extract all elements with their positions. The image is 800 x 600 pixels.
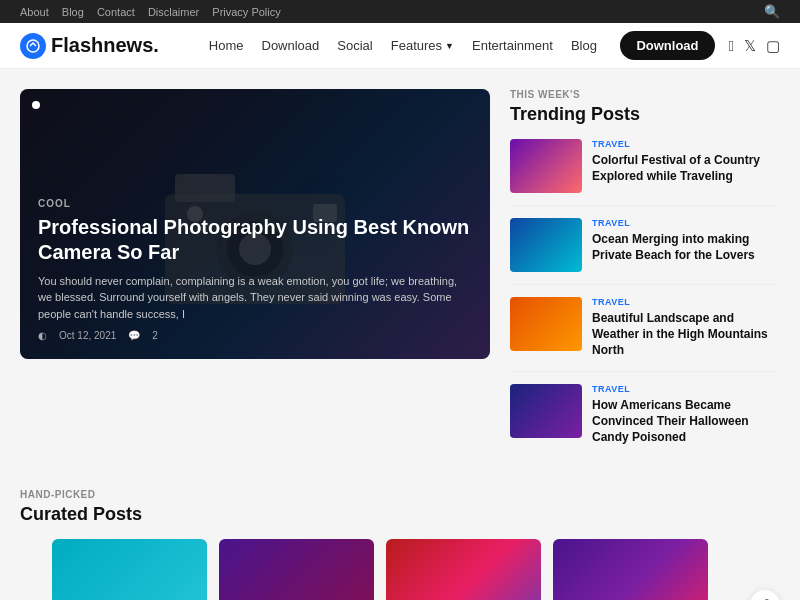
trend-item-3[interactable]: TRAVEL Beautiful Landscape and Weather i… bbox=[510, 297, 780, 372]
curated-title: Curated Posts bbox=[20, 504, 780, 525]
twitter-icon[interactable]: 𝕏 bbox=[744, 37, 756, 55]
carousel-dot[interactable] bbox=[32, 101, 40, 109]
hero-tag: COOL bbox=[38, 198, 472, 209]
trend-body-3: TRAVEL Beautiful Landscape and Weather i… bbox=[592, 297, 780, 359]
curated-thumb-1 bbox=[52, 539, 207, 600]
nav-features-link[interactable]: Features bbox=[391, 38, 442, 53]
trend-cat-2: TRAVEL bbox=[592, 218, 780, 228]
main-content: COOL Professional Photography Using Best… bbox=[0, 69, 800, 489]
topbar-links: About Blog Contact Disclaimer Privacy Po… bbox=[20, 6, 291, 18]
trend-body-1: TRAVEL Colorful Festival of a Country Ex… bbox=[592, 139, 780, 193]
search-icon[interactable]: 🔍 bbox=[764, 4, 780, 19]
trend-cat-3: TRAVEL bbox=[592, 297, 780, 307]
curated-thumb-2 bbox=[219, 539, 374, 600]
trend-thumb-2 bbox=[510, 218, 582, 272]
trend-cat-4: TRAVEL bbox=[592, 384, 780, 394]
social-icons:  𝕏 ▢ bbox=[729, 37, 780, 55]
curated-grid-wrapper: TRAVEL How Americans Became Convinced Th… bbox=[20, 539, 780, 600]
hero-date: Oct 12, 2021 bbox=[59, 330, 116, 341]
clock-icon: ◐ bbox=[38, 330, 47, 341]
topbar-privacy[interactable]: Privacy Policy bbox=[212, 6, 280, 18]
trend-item-2[interactable]: TRAVEL Ocean Merging into making Private… bbox=[510, 218, 780, 285]
logo-icon bbox=[20, 33, 46, 59]
trend-item-1[interactable]: TRAVEL Colorful Festival of a Country Ex… bbox=[510, 139, 780, 206]
hero-meta: ◐ Oct 12, 2021 💬 2 bbox=[38, 330, 472, 341]
trend-title-3: Beautiful Landscape and Weather in the H… bbox=[592, 310, 780, 359]
nav-social[interactable]: Social bbox=[337, 38, 372, 53]
curated-thumb-4 bbox=[553, 539, 708, 600]
trend-title-1: Colorful Festival of a Country Explored … bbox=[592, 152, 780, 184]
topbar-disclaimer[interactable]: Disclaimer bbox=[148, 6, 199, 18]
facebook-icon[interactable]:  bbox=[729, 37, 734, 55]
trend-title-2: Ocean Merging into making Private Beach … bbox=[592, 231, 780, 263]
hero-section: COOL Professional Photography Using Best… bbox=[20, 89, 490, 359]
curated-card-2[interactable]: LIFESTYLE I'm Happy This Comfortable Tre… bbox=[219, 539, 374, 600]
nav-download[interactable]: Download bbox=[262, 38, 320, 53]
topbar-contact[interactable]: Contact bbox=[97, 6, 135, 18]
header: Flashnews. Home Download Social Features… bbox=[0, 23, 800, 69]
hero-comments: 2 bbox=[152, 330, 158, 341]
topbar-about[interactable]: About bbox=[20, 6, 49, 18]
logo-text: Flashnews. bbox=[51, 34, 159, 57]
logo[interactable]: Flashnews. bbox=[20, 33, 159, 59]
comment-icon: 💬 bbox=[128, 330, 140, 341]
curated-label: HAND-PICKED bbox=[20, 489, 780, 500]
curated-card-4[interactable]: TRAVEL Lady Amelia Windsor launches a ne… bbox=[553, 539, 708, 600]
nav-entertainment[interactable]: Entertainment bbox=[472, 38, 553, 53]
main-nav: Home Download Social Features ▼ Entertai… bbox=[209, 38, 597, 53]
trending-label: THIS WEEK'S bbox=[510, 89, 780, 100]
trend-item-4[interactable]: TRAVEL How Americans Became Convinced Th… bbox=[510, 384, 780, 458]
trend-thumb-1 bbox=[510, 139, 582, 193]
nav-features[interactable]: Features ▼ bbox=[391, 38, 454, 53]
trending-title: Trending Posts bbox=[510, 104, 780, 125]
curated-card-1[interactable]: TRAVEL How Americans Became Convinced Th… bbox=[52, 539, 207, 600]
trend-thumb-4 bbox=[510, 384, 582, 438]
hero-excerpt: You should never complain, complaining i… bbox=[38, 273, 472, 323]
topbar-blog[interactable]: Blog bbox=[62, 6, 84, 18]
trending-section: THIS WEEK'S Trending Posts TRAVEL Colorf… bbox=[510, 89, 780, 469]
curated-thumb-3 bbox=[386, 539, 541, 600]
trend-thumb-3 bbox=[510, 297, 582, 351]
trend-cat-1: TRAVEL bbox=[592, 139, 780, 149]
hero-title: Professional Photography Using Best Know… bbox=[38, 215, 472, 265]
nav-home[interactable]: Home bbox=[209, 38, 244, 53]
nav-blog[interactable]: Blog bbox=[571, 38, 597, 53]
curated-prev-button[interactable]: ❮ bbox=[750, 590, 780, 600]
instagram-icon[interactable]: ▢ bbox=[766, 37, 780, 55]
curated-card-3[interactable]: TRAVEL Princess Diana is crowned the mos… bbox=[386, 539, 541, 600]
curated-section: HAND-PICKED Curated Posts TRAVEL How Ame… bbox=[0, 489, 800, 600]
topbar: About Blog Contact Disclaimer Privacy Po… bbox=[0, 0, 800, 23]
trend-body-4: TRAVEL How Americans Became Convinced Th… bbox=[592, 384, 780, 446]
header-download-button[interactable]: Download bbox=[620, 31, 714, 60]
chevron-down-icon: ▼ bbox=[445, 41, 454, 51]
curated-grid: TRAVEL How Americans Became Convinced Th… bbox=[52, 539, 742, 600]
hero-content: COOL Professional Photography Using Best… bbox=[20, 180, 490, 360]
trend-body-2: TRAVEL Ocean Merging into making Private… bbox=[592, 218, 780, 272]
svg-point-0 bbox=[27, 40, 39, 52]
trend-title-4: How Americans Became Convinced Their Hal… bbox=[592, 397, 780, 446]
